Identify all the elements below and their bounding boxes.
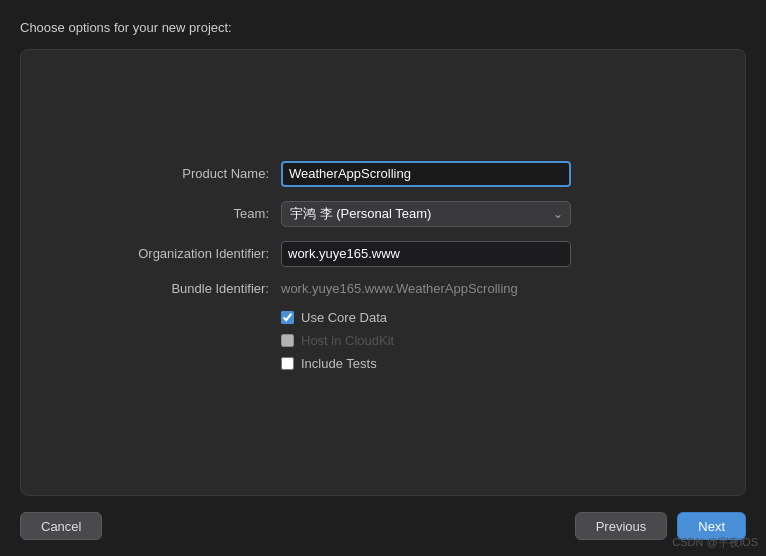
host-in-cloudkit-item: Host in CloudKit: [281, 333, 394, 348]
use-core-data-item: Use Core Data: [281, 310, 394, 325]
bundle-identifier-label: Bundle Identifier:: [81, 281, 281, 296]
bundle-identifier-row: Bundle Identifier: work.yuye165.www.Weat…: [81, 281, 685, 296]
org-identifier-row: Organization Identifier:: [81, 241, 685, 267]
use-core-data-checkbox[interactable]: [281, 311, 294, 324]
watermark: CSDN @宇夜iOS: [672, 535, 758, 550]
dialog-title: Choose options for your new project:: [20, 20, 746, 35]
include-tests-label: Include Tests: [301, 356, 377, 371]
footer-left: Cancel: [20, 512, 102, 540]
host-in-cloudkit-label: Host in CloudKit: [301, 333, 394, 348]
team-select-wrapper: 宇鸿 李 (Personal Team) ⌄: [281, 201, 571, 227]
team-row: Team: 宇鸿 李 (Personal Team) ⌄: [81, 201, 685, 227]
checkboxes-row: Use Core Data Host in CloudKit Include T…: [81, 310, 685, 371]
product-name-label: Product Name:: [81, 166, 281, 181]
team-label: Team:: [81, 206, 281, 221]
form-area: Product Name: Team: 宇鸿 李 (Personal Team)…: [21, 121, 745, 425]
previous-button[interactable]: Previous: [575, 512, 668, 540]
checkbox-area: Use Core Data Host in CloudKit Include T…: [281, 310, 394, 371]
bundle-identifier-value: work.yuye165.www.WeatherAppScrolling: [281, 281, 518, 296]
cancel-button[interactable]: Cancel: [20, 512, 102, 540]
dialog-content: Product Name: Team: 宇鸿 李 (Personal Team)…: [20, 49, 746, 496]
include-tests-item: Include Tests: [281, 356, 394, 371]
org-identifier-input[interactable]: [281, 241, 571, 267]
dialog-container: Choose options for your new project: Pro…: [0, 0, 766, 496]
host-in-cloudkit-checkbox[interactable]: [281, 334, 294, 347]
product-name-row: Product Name:: [81, 161, 685, 187]
footer: Cancel Previous Next: [0, 496, 766, 556]
org-identifier-label: Organization Identifier:: [81, 246, 281, 261]
use-core-data-label: Use Core Data: [301, 310, 387, 325]
include-tests-checkbox[interactable]: [281, 357, 294, 370]
team-select[interactable]: 宇鸿 李 (Personal Team): [281, 201, 571, 227]
product-name-input[interactable]: [281, 161, 571, 187]
